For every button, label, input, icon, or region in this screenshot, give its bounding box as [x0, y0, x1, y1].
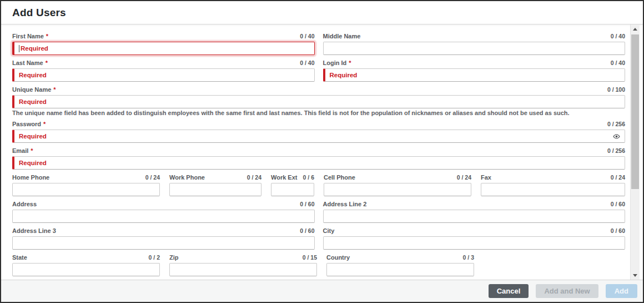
- city-counter: 0 / 60: [611, 227, 625, 234]
- first-name-field: First Name* 0 / 40 Required: [12, 32, 315, 55]
- login-id-counter: 0 / 40: [611, 59, 625, 66]
- required-asterisk: *: [43, 121, 46, 127]
- work-ext-label: Work Ext: [271, 174, 297, 181]
- work-phone-counter: 0 / 24: [247, 174, 261, 181]
- middle-name-counter: 0 / 40: [611, 33, 625, 39]
- cell-phone-label: Cell Phone: [324, 174, 355, 181]
- vertical-scrollbar[interactable]: [630, 24, 640, 280]
- middle-name-label: Middle Name: [323, 33, 361, 39]
- last-name-input[interactable]: Required: [12, 68, 315, 82]
- page-title: Add Users: [12, 7, 66, 19]
- unique-name-field: Unique Name* 0 / 100 Required: [12, 86, 625, 108]
- work-phone-label: Work Phone: [169, 174, 205, 181]
- required-asterisk: *: [349, 59, 351, 66]
- cell-phone-input[interactable]: [324, 183, 471, 196]
- last-name-counter: 0 / 40: [300, 59, 314, 66]
- first-name-counter: 0 / 40: [300, 33, 314, 39]
- city-field: City 0 / 60: [323, 227, 626, 250]
- country-counter: 0 / 3: [463, 254, 474, 261]
- login-id-label: Login Id*: [323, 59, 351, 66]
- city-input[interactable]: [323, 236, 626, 250]
- required-asterisk: *: [53, 86, 56, 93]
- email-input[interactable]: Required: [12, 156, 625, 170]
- password-field: Password* 0 / 256 Required: [12, 120, 625, 143]
- address-line-3-field: Address Line 3 0 / 60: [12, 227, 315, 250]
- fax-input[interactable]: [481, 183, 625, 196]
- email-field: Email* 0 / 256 Required: [12, 147, 625, 170]
- work-ext-field: Work Ext 0 / 6: [271, 173, 314, 196]
- home-phone-label: Home Phone: [12, 174, 49, 181]
- scrollbar-thumb[interactable]: [631, 34, 639, 189]
- home-phone-field: Home Phone 0 / 24: [12, 173, 160, 196]
- login-id-field: Login Id* 0 / 40 Required: [323, 59, 626, 82]
- unique-name-label: Unique Name*: [12, 86, 56, 93]
- first-name-input[interactable]: Required: [12, 42, 315, 55]
- email-counter: 0 / 256: [607, 147, 625, 154]
- login-id-input[interactable]: Required: [323, 68, 626, 82]
- country-label: Country: [326, 254, 350, 261]
- city-label: City: [323, 227, 335, 234]
- scroll-up-arrow-icon[interactable]: [631, 24, 640, 33]
- address-line-2-counter: 0 / 60: [611, 201, 625, 207]
- scroll-down-arrow-icon[interactable]: [631, 271, 640, 280]
- dialog-footer: Cancel Add and New Add: [1, 280, 643, 302]
- text-caret: [19, 45, 19, 52]
- work-ext-counter: 0 / 6: [303, 174, 314, 181]
- password-input[interactable]: Required: [12, 130, 625, 143]
- state-counter: 0 / 2: [149, 254, 160, 261]
- home-phone-input[interactable]: [12, 183, 160, 196]
- address-line-2-label: Address Line 2: [323, 201, 367, 207]
- state-label: State: [12, 254, 27, 261]
- form-area: First Name* 0 / 40 Required Middle Name …: [1, 24, 643, 280]
- home-phone-counter: 0 / 24: [145, 174, 160, 181]
- show-password-icon[interactable]: [613, 133, 620, 140]
- unique-name-counter: 0 / 100: [607, 86, 625, 93]
- add-and-new-button[interactable]: Add and New: [536, 284, 598, 298]
- address-line-3-input[interactable]: [12, 236, 315, 250]
- zip-field: Zip 0 / 15: [169, 254, 317, 276]
- zip-label: Zip: [169, 254, 179, 261]
- add-button[interactable]: Add: [606, 284, 637, 298]
- required-asterisk: *: [46, 59, 48, 66]
- fax-label: Fax: [481, 174, 491, 181]
- unique-name-helper-text: The unique name field has been added to …: [12, 110, 625, 116]
- address-line-2-field: Address Line 2 0 / 60: [323, 200, 626, 223]
- required-asterisk: *: [31, 147, 33, 154]
- last-name-label: Last Name*: [12, 59, 48, 66]
- state-field: State 0 / 2: [12, 254, 160, 276]
- required-asterisk: *: [46, 33, 48, 39]
- email-label: Email*: [12, 147, 33, 154]
- dialog-titlebar: Add Users: [1, 1, 643, 24]
- password-counter: 0 / 256: [607, 121, 625, 127]
- country-field: Country 0 / 3: [326, 254, 474, 276]
- country-input[interactable]: [326, 263, 474, 276]
- zip-counter: 0 / 15: [303, 254, 317, 261]
- fax-counter: 0 / 24: [611, 174, 625, 181]
- state-input[interactable]: [12, 263, 160, 276]
- first-name-label: First Name*: [12, 33, 48, 39]
- address-line-3-counter: 0 / 60: [300, 227, 314, 234]
- work-ext-input[interactable]: [271, 183, 314, 196]
- cell-phone-counter: 0 / 24: [457, 174, 471, 181]
- zip-input[interactable]: [169, 263, 317, 276]
- fax-field: Fax 0 / 24: [481, 173, 625, 196]
- cancel-button[interactable]: Cancel: [489, 284, 529, 298]
- middle-name-field: Middle Name 0 / 40: [323, 32, 626, 55]
- middle-name-input[interactable]: [323, 42, 626, 55]
- password-label: Password*: [12, 121, 46, 127]
- address-field: Address 0 / 60: [12, 200, 315, 223]
- unique-name-input[interactable]: Required: [12, 95, 625, 108]
- address-input[interactable]: [12, 210, 315, 223]
- address-line-2-input[interactable]: [323, 210, 626, 223]
- last-name-field: Last Name* 0 / 40 Required: [12, 59, 315, 82]
- work-phone-field: Work Phone 0 / 24: [169, 173, 261, 196]
- address-line-3-label: Address Line 3: [12, 227, 56, 234]
- cell-phone-field: Cell Phone 0 / 24: [324, 173, 471, 196]
- add-users-dialog: Add Users First Name* 0 / 40 Required: [0, 0, 644, 303]
- form-content: First Name* 0 / 40 Required Middle Name …: [1, 24, 643, 280]
- address-label: Address: [12, 201, 37, 207]
- address-counter: 0 / 60: [300, 201, 314, 207]
- work-phone-input[interactable]: [169, 183, 261, 196]
